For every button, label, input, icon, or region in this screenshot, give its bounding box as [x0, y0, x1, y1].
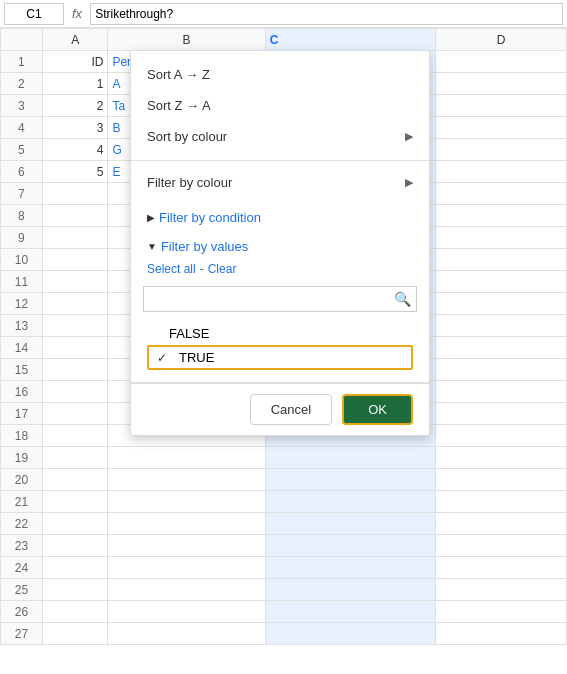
- cell-b20[interactable]: [108, 469, 265, 491]
- cell-c27[interactable]: [265, 623, 435, 645]
- cell-d11[interactable]: [435, 271, 566, 293]
- cell-a14[interactable]: [42, 337, 108, 359]
- cell-d8[interactable]: [435, 205, 566, 227]
- cell-d12[interactable]: [435, 293, 566, 315]
- cell-d3[interactable]: [435, 95, 566, 117]
- cell-a16[interactable]: [42, 381, 108, 403]
- filter-by-values-header[interactable]: ▼ Filter by values: [131, 235, 429, 258]
- formula-input[interactable]: [90, 3, 563, 25]
- filter-by-condition-header[interactable]: ▶ Filter by condition: [131, 206, 429, 229]
- cell-d5[interactable]: [435, 139, 566, 161]
- sort-z-a-item[interactable]: Sort Z → A: [131, 90, 429, 121]
- cell-d10[interactable]: [435, 249, 566, 271]
- cell-a9[interactable]: [42, 227, 108, 249]
- cell-d22[interactable]: [435, 513, 566, 535]
- cell-a17[interactable]: [42, 403, 108, 425]
- cell-d7[interactable]: [435, 183, 566, 205]
- cell-d25[interactable]: [435, 579, 566, 601]
- sort-a-z-label: Sort A → Z: [147, 67, 210, 82]
- cell-a18[interactable]: [42, 425, 108, 447]
- cell-d9[interactable]: [435, 227, 566, 249]
- cell-a22[interactable]: [42, 513, 108, 535]
- cell-a3[interactable]: 2: [42, 95, 108, 117]
- cell-d19[interactable]: [435, 447, 566, 469]
- cell-a27[interactable]: [42, 623, 108, 645]
- select-all-link[interactable]: Select all: [147, 262, 196, 276]
- row-num: 7: [1, 183, 43, 205]
- cell-c26[interactable]: [265, 601, 435, 623]
- cell-a21[interactable]: [42, 491, 108, 513]
- cell-d20[interactable]: [435, 469, 566, 491]
- clear-link[interactable]: Clear: [208, 262, 237, 276]
- cell-a4[interactable]: 3: [42, 117, 108, 139]
- cell-c20[interactable]: [265, 469, 435, 491]
- cell-a6[interactable]: 5: [42, 161, 108, 183]
- sort-a-z-item[interactable]: Sort A → Z: [131, 59, 429, 90]
- search-input[interactable]: [143, 286, 417, 312]
- cell-a26[interactable]: [42, 601, 108, 623]
- cell-b27[interactable]: [108, 623, 265, 645]
- cell-d18[interactable]: [435, 425, 566, 447]
- cell-d13[interactable]: [435, 315, 566, 337]
- cell-a12[interactable]: [42, 293, 108, 315]
- cell-a24[interactable]: [42, 557, 108, 579]
- value-false-item[interactable]: FALSE: [147, 322, 413, 345]
- cell-d14[interactable]: [435, 337, 566, 359]
- cell-b24[interactable]: [108, 557, 265, 579]
- cell-a13[interactable]: [42, 315, 108, 337]
- cell-a23[interactable]: [42, 535, 108, 557]
- cell-b25[interactable]: [108, 579, 265, 601]
- col-header-b[interactable]: B: [108, 29, 265, 51]
- col-header-c[interactable]: C: [265, 29, 435, 51]
- cell-d21[interactable]: [435, 491, 566, 513]
- cell-c22[interactable]: [265, 513, 435, 535]
- cell-c21[interactable]: [265, 491, 435, 513]
- fx-label: fx: [68, 6, 86, 21]
- cell-d2[interactable]: [435, 73, 566, 95]
- cell-c25[interactable]: [265, 579, 435, 601]
- cell-d16[interactable]: [435, 381, 566, 403]
- values-toggle-icon: ▼: [147, 241, 157, 252]
- ok-button[interactable]: OK: [342, 394, 413, 425]
- cell-d23[interactable]: [435, 535, 566, 557]
- cell-b23[interactable]: [108, 535, 265, 557]
- cell-a11[interactable]: [42, 271, 108, 293]
- cell-a2[interactable]: 1: [42, 73, 108, 95]
- cell-a15[interactable]: [42, 359, 108, 381]
- value-true-item[interactable]: ✓ TRUE: [147, 345, 413, 370]
- cell-a19[interactable]: [42, 447, 108, 469]
- col-header-d[interactable]: D: [435, 29, 566, 51]
- cell-b26[interactable]: [108, 601, 265, 623]
- cell-reference-box[interactable]: [4, 3, 64, 25]
- cell-b19[interactable]: [108, 447, 265, 469]
- filter-condition-section: ▶ Filter by condition: [131, 204, 429, 231]
- cell-a8[interactable]: [42, 205, 108, 227]
- cell-c23[interactable]: [265, 535, 435, 557]
- cell-a20[interactable]: [42, 469, 108, 491]
- cell-d15[interactable]: [435, 359, 566, 381]
- true-checkmark: ✓: [157, 351, 171, 365]
- cell-a1[interactable]: ID: [42, 51, 108, 73]
- cell-c24[interactable]: [265, 557, 435, 579]
- cell-d24[interactable]: [435, 557, 566, 579]
- cell-d4[interactable]: [435, 117, 566, 139]
- cancel-button[interactable]: Cancel: [250, 394, 332, 425]
- cell-d26[interactable]: [435, 601, 566, 623]
- row-num: 3: [1, 95, 43, 117]
- row-num: 21: [1, 491, 43, 513]
- cell-c19[interactable]: [265, 447, 435, 469]
- cell-d6[interactable]: [435, 161, 566, 183]
- cell-d27[interactable]: [435, 623, 566, 645]
- cell-a5[interactable]: 4: [42, 139, 108, 161]
- sort-by-colour-item[interactable]: Sort by colour ▶: [131, 121, 429, 152]
- col-header-a[interactable]: A: [42, 29, 108, 51]
- cell-b22[interactable]: [108, 513, 265, 535]
- cell-b21[interactable]: [108, 491, 265, 513]
- cell-a10[interactable]: [42, 249, 108, 271]
- cell-d17[interactable]: [435, 403, 566, 425]
- filter-by-values-label: Filter by values: [161, 239, 248, 254]
- filter-by-colour-item[interactable]: Filter by colour ▶: [131, 167, 429, 198]
- cell-a25[interactable]: [42, 579, 108, 601]
- cell-a7[interactable]: [42, 183, 108, 205]
- cell-d1[interactable]: [435, 51, 566, 73]
